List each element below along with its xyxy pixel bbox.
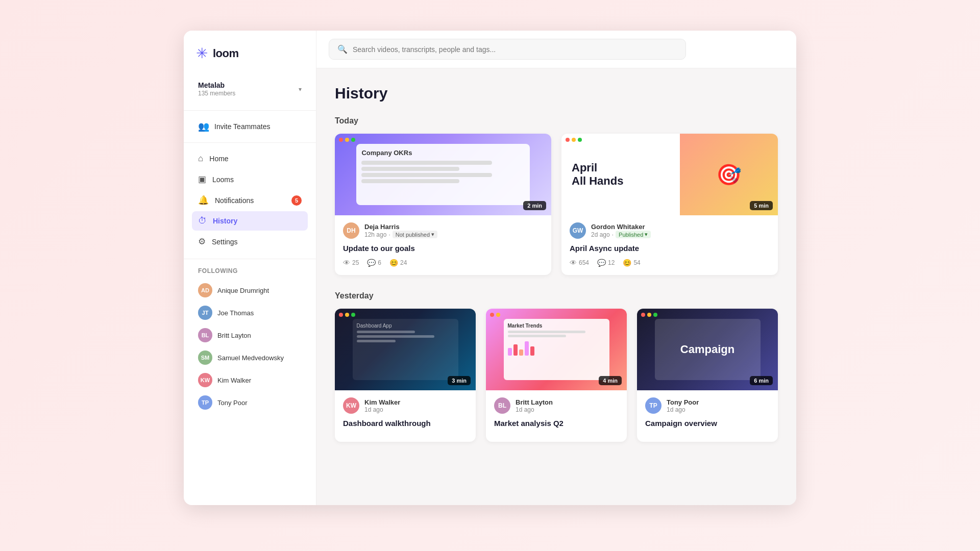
workspace-chevron-icon: ▾ bbox=[299, 86, 302, 93]
search-bar-container: 🔍 bbox=[316, 31, 796, 68]
history-icon: ⏱ bbox=[198, 216, 207, 226]
invite-icon: 👥 bbox=[198, 121, 209, 132]
yesterday-cards-grid: Dashboard App 3 min KW Kim Wa bbox=[335, 309, 778, 442]
card-title-2: April Async update bbox=[570, 244, 770, 253]
card-body-1: DH Deja Harris 12h ago · Not published ▾ bbox=[335, 215, 551, 275]
notifications-icon: 🔔 bbox=[198, 195, 209, 206]
window-dots-1 bbox=[339, 138, 355, 142]
history-label: History bbox=[213, 217, 237, 225]
author-name-2: Gordon Whitaker bbox=[591, 223, 770, 231]
card-title-4: Market analysis Q2 bbox=[494, 419, 619, 428]
logo-text: loom bbox=[213, 47, 239, 60]
app-window: ✳ loom Metalab 135 members ▾ 👥 Invite Te… bbox=[184, 31, 796, 505]
main-content: 🔍 History Today bbox=[316, 31, 796, 505]
author-meta-3: 1d ago bbox=[364, 406, 468, 413]
duration-badge-5: 6 min bbox=[750, 376, 773, 385]
reactions-icon-1: 😊 bbox=[389, 259, 398, 267]
card-author-3: KW Kim Walker 1d ago bbox=[343, 397, 468, 414]
looms-label: Looms bbox=[212, 176, 234, 184]
content-area: History Today Company OK bbox=[316, 68, 796, 505]
follower-joe[interactable]: JT Joe Thomas bbox=[192, 302, 308, 323]
author-name-1: Deja Harris bbox=[364, 223, 543, 231]
window-dots-4 bbox=[490, 313, 500, 317]
avatar-anique: AD bbox=[198, 283, 212, 297]
today-section-title: Today bbox=[335, 116, 778, 126]
dot-green-2 bbox=[578, 138, 582, 142]
author-name-3: Kim Walker bbox=[364, 398, 468, 406]
window-dots-3 bbox=[339, 313, 355, 317]
search-icon: 🔍 bbox=[337, 44, 348, 54]
sidebar-item-home[interactable]: ⌂ Home bbox=[192, 149, 308, 168]
search-bar[interactable]: 🔍 bbox=[329, 39, 686, 60]
follower-name-kim: Kim Walker bbox=[217, 377, 251, 384]
invite-section: 👥 Invite Teammates bbox=[184, 111, 316, 143]
search-input[interactable] bbox=[353, 45, 677, 54]
sidebar-item-settings[interactable]: ⚙ Settings bbox=[192, 232, 308, 252]
follower-britt[interactable]: BL Britt Layton bbox=[192, 324, 308, 346]
author-name-4: Britt Layton bbox=[516, 398, 619, 406]
thumbnail-bg-1: Company OKRs bbox=[335, 134, 551, 215]
dot-yellow-1 bbox=[345, 138, 349, 142]
author-meta-5: 1d ago bbox=[667, 406, 770, 413]
today-cards-grid: Company OKRs 2 min DH bbox=[335, 134, 778, 275]
avatar-kim: KW bbox=[198, 373, 212, 387]
follower-name-samuel: Samuel Medvedowsky bbox=[217, 354, 284, 362]
sidebar-item-history[interactable]: ⏱ History bbox=[192, 211, 308, 231]
card-body-3: KW Kim Walker 1d ago Dashboard walkthrou… bbox=[335, 390, 476, 442]
sidebar-item-notifications[interactable]: 🔔 Notifications 5 bbox=[192, 190, 308, 210]
avatar-samuel: SM bbox=[198, 350, 212, 365]
home-label: Home bbox=[209, 155, 228, 163]
reactions-icon-2: 😊 bbox=[623, 259, 631, 267]
loom-logo-icon: ✳ bbox=[196, 45, 208, 62]
campaign-inner: Campaign bbox=[655, 319, 761, 380]
follower-name-tony: Tony Poor bbox=[217, 399, 248, 407]
april-decoration: 🎯 bbox=[716, 163, 742, 187]
video-card-3[interactable]: Dashboard App 3 min KW Kim Wa bbox=[335, 309, 476, 442]
duration-badge-1: 2 min bbox=[523, 201, 546, 210]
video-card-5[interactable]: Campaign 6 min TP Tony Poor 1d ago bbox=[637, 309, 778, 442]
workspace-selector[interactable]: Metalab 135 members ▾ bbox=[192, 76, 308, 102]
window-dots-5 bbox=[641, 313, 657, 317]
thumbnail-bg-2: AprilAll Hands 🎯 bbox=[561, 134, 778, 215]
status-chip-1[interactable]: Not published ▾ bbox=[393, 231, 437, 238]
comments-icon-1: 💬 bbox=[367, 259, 376, 267]
follower-name-britt: Britt Layton bbox=[217, 332, 251, 339]
card-body-2: GW Gordon Whitaker 2d ago · Published ▾ bbox=[561, 215, 778, 275]
author-info-4: Britt Layton 1d ago bbox=[516, 398, 619, 413]
card-author-2: GW Gordon Whitaker 2d ago · Published ▾ bbox=[570, 222, 770, 239]
page-title: History bbox=[335, 85, 778, 102]
card-stats-1: 👁 25 💬 6 😊 24 bbox=[343, 259, 543, 267]
april-title: AprilAll Hands bbox=[572, 161, 670, 188]
card-title-3: Dashboard walkthrough bbox=[343, 419, 468, 428]
follower-name-joe: Joe Thomas bbox=[217, 309, 254, 317]
avatar-britt: BL bbox=[198, 328, 212, 342]
following-title: Following bbox=[192, 267, 308, 274]
author-meta-1: 12h ago · Not published ▾ bbox=[364, 231, 543, 238]
sidebar-item-looms[interactable]: ▣ Looms bbox=[192, 169, 308, 189]
workspace-members: 135 members bbox=[198, 90, 235, 97]
status-chip-2[interactable]: Published ▾ bbox=[616, 231, 651, 238]
card-title-5: Campaign overview bbox=[645, 419, 770, 428]
author-avatar-2: GW bbox=[570, 222, 586, 239]
author-avatar-4: BL bbox=[494, 397, 510, 414]
looms-icon: ▣ bbox=[198, 174, 206, 185]
invite-teammates-button[interactable]: 👥 Invite Teammates bbox=[192, 117, 308, 136]
follower-tony[interactable]: TP Tony Poor bbox=[192, 392, 308, 413]
duration-badge-3: 3 min bbox=[448, 376, 471, 385]
yesterday-section-title: Yesterday bbox=[335, 291, 778, 300]
window-dots-2 bbox=[566, 138, 582, 142]
views-icon-1: 👁 bbox=[343, 259, 350, 267]
author-name-5: Tony Poor bbox=[667, 398, 770, 406]
sidebar: ✳ loom Metalab 135 members ▾ 👥 Invite Te… bbox=[184, 31, 316, 505]
follower-anique[interactable]: AD Anique Drumright bbox=[192, 280, 308, 301]
video-card-1[interactable]: Company OKRs 2 min DH bbox=[335, 134, 551, 275]
comments-stat-2: 💬 12 bbox=[597, 259, 615, 267]
follower-kim[interactable]: KW Kim Walker bbox=[192, 369, 308, 391]
follower-samuel[interactable]: SM Samuel Medvedowsky bbox=[192, 347, 308, 368]
duration-badge-2: 5 min bbox=[750, 201, 773, 210]
video-card-2[interactable]: AprilAll Hands 🎯 5 min GW Gordon bbox=[561, 134, 778, 275]
views-icon-2: 👁 bbox=[570, 259, 577, 267]
video-card-4[interactable]: Market Trends bbox=[486, 309, 627, 442]
author-info-2: Gordon Whitaker 2d ago · Published ▾ bbox=[591, 223, 770, 238]
thumbnail-5: Campaign 6 min bbox=[637, 309, 778, 390]
